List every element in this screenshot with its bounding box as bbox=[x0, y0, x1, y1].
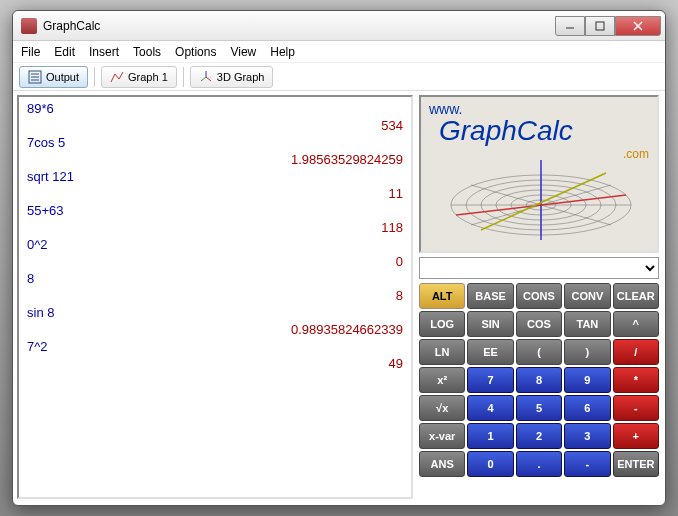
key-clear[interactable]: CLEAR bbox=[613, 283, 659, 309]
menu-tools[interactable]: Tools bbox=[133, 45, 161, 59]
window-controls bbox=[555, 16, 661, 36]
output-result: 0.98935824662339 bbox=[27, 322, 403, 337]
close-button[interactable] bbox=[615, 16, 661, 36]
app-icon bbox=[21, 18, 37, 34]
output-tab-icon bbox=[28, 70, 42, 84]
key-7[interactable]: 7 bbox=[467, 367, 513, 393]
output-expression: sqrt 121 bbox=[27, 169, 403, 184]
output-result: 118 bbox=[27, 220, 403, 235]
tab-3dgraph-label: 3D Graph bbox=[217, 71, 265, 83]
key-6[interactable]: 6 bbox=[564, 395, 610, 421]
content-area: 89*65347cos 51.98563529824259sqrt 121115… bbox=[13, 91, 665, 505]
tab-3dgraph[interactable]: 3D Graph bbox=[190, 66, 274, 88]
key-log[interactable]: LOG bbox=[419, 311, 465, 337]
svg-rect-1 bbox=[596, 22, 604, 30]
tab-separator bbox=[94, 67, 95, 87]
key-x[interactable]: √x bbox=[419, 395, 465, 421]
output-expression: 7^2 bbox=[27, 339, 403, 354]
tab-separator bbox=[183, 67, 184, 87]
output-expression: 8 bbox=[27, 271, 403, 286]
key-alt[interactable]: ALT bbox=[419, 283, 465, 309]
key-[interactable]: - bbox=[613, 395, 659, 421]
key-ans[interactable]: ANS bbox=[419, 451, 465, 477]
svg-line-10 bbox=[201, 77, 206, 81]
key-9[interactable]: 9 bbox=[564, 367, 610, 393]
key-sin[interactable]: SIN bbox=[467, 311, 513, 337]
menu-options[interactable]: Options bbox=[175, 45, 216, 59]
output-expression: 55+63 bbox=[27, 203, 403, 218]
key-2[interactable]: 2 bbox=[516, 423, 562, 449]
key-1[interactable]: 1 bbox=[467, 423, 513, 449]
output-expression: 89*6 bbox=[27, 101, 403, 116]
output-expression: sin 8 bbox=[27, 305, 403, 320]
key-xvar[interactable]: x-var bbox=[419, 423, 465, 449]
right-panel: www. GraphCalc .com bbox=[419, 95, 659, 499]
menu-edit[interactable]: Edit bbox=[54, 45, 75, 59]
key-[interactable]: ( bbox=[516, 339, 562, 365]
svg-line-9 bbox=[206, 77, 211, 81]
key-3[interactable]: 3 bbox=[564, 423, 610, 449]
menu-view[interactable]: View bbox=[230, 45, 256, 59]
key-[interactable]: + bbox=[613, 423, 659, 449]
maximize-button[interactable] bbox=[585, 16, 615, 36]
key-5[interactable]: 5 bbox=[516, 395, 562, 421]
logo-name: GraphCalc bbox=[439, 115, 573, 147]
key-[interactable]: . bbox=[516, 451, 562, 477]
output-result: 11 bbox=[27, 186, 403, 201]
key-8[interactable]: 8 bbox=[516, 367, 562, 393]
output-expression: 0^2 bbox=[27, 237, 403, 252]
mesh-graphic-icon bbox=[441, 155, 641, 245]
key-[interactable]: ^ bbox=[613, 311, 659, 337]
key-tan[interactable]: TAN bbox=[564, 311, 610, 337]
output-result: 534 bbox=[27, 118, 403, 133]
tabbar: Output Graph 1 3D Graph bbox=[13, 63, 665, 91]
menu-file[interactable]: File bbox=[21, 45, 40, 59]
app-window: GraphCalc File Edit Insert Tools Options… bbox=[12, 10, 666, 506]
key-x[interactable]: x² bbox=[419, 367, 465, 393]
svg-line-23 bbox=[481, 173, 606, 230]
key-enter[interactable]: ENTER bbox=[613, 451, 659, 477]
output-result: 0 bbox=[27, 254, 403, 269]
output-result: 1.98563529824259 bbox=[27, 152, 403, 167]
expression-dropdown[interactable] bbox=[419, 257, 659, 279]
app-title: GraphCalc bbox=[43, 19, 555, 33]
output-expression: 7cos 5 bbox=[27, 135, 403, 150]
key-ee[interactable]: EE bbox=[467, 339, 513, 365]
tab-output[interactable]: Output bbox=[19, 66, 88, 88]
key-[interactable]: - bbox=[564, 451, 610, 477]
tab-graph1[interactable]: Graph 1 bbox=[101, 66, 177, 88]
titlebar: GraphCalc bbox=[13, 11, 665, 41]
key-base[interactable]: BASE bbox=[467, 283, 513, 309]
tab-graph1-label: Graph 1 bbox=[128, 71, 168, 83]
output-result: 8 bbox=[27, 288, 403, 303]
tab-output-label: Output bbox=[46, 71, 79, 83]
logo-panel: www. GraphCalc .com bbox=[419, 95, 659, 253]
key-4[interactable]: 4 bbox=[467, 395, 513, 421]
key-cons[interactable]: CONS bbox=[516, 283, 562, 309]
key-0[interactable]: 0 bbox=[467, 451, 513, 477]
key-conv[interactable]: CONV bbox=[564, 283, 610, 309]
key-ln[interactable]: LN bbox=[419, 339, 465, 365]
minimize-button[interactable] bbox=[555, 16, 585, 36]
key-[interactable]: / bbox=[613, 339, 659, 365]
output-result: 49 bbox=[27, 356, 403, 371]
menu-insert[interactable]: Insert bbox=[89, 45, 119, 59]
key-[interactable]: * bbox=[613, 367, 659, 393]
key-[interactable]: ) bbox=[564, 339, 610, 365]
graph-tab-icon bbox=[110, 70, 124, 84]
output-panel[interactable]: 89*65347cos 51.98563529824259sqrt 121115… bbox=[17, 95, 413, 499]
keypad: ALTBASECONSCONVCLEARLOGSINCOSTAN^LNEE()/… bbox=[419, 283, 659, 477]
3d-graph-tab-icon bbox=[199, 70, 213, 84]
menubar: File Edit Insert Tools Options View Help bbox=[13, 41, 665, 63]
menu-help[interactable]: Help bbox=[270, 45, 295, 59]
key-cos[interactable]: COS bbox=[516, 311, 562, 337]
